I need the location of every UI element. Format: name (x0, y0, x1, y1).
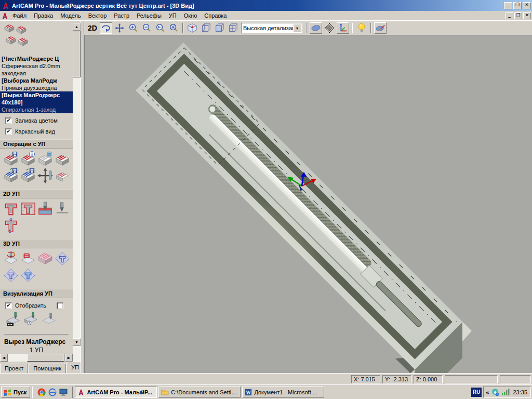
dropdown-arrow-icon[interactable]: ▼ (293, 24, 301, 32)
lighting-icon[interactable] (355, 22, 368, 34)
paint-relief-icon[interactable] (374, 22, 387, 34)
menu-window[interactable]: Окно (180, 11, 201, 20)
copy-toolpath-icon[interactable] (54, 167, 71, 184)
zoom-out-icon[interactable] (140, 22, 153, 34)
zoom-extents-icon[interactable] (167, 22, 180, 34)
menu-help[interactable]: Справка (201, 11, 230, 20)
panel-splitter[interactable] (81, 21, 84, 373)
wireframe-mesh-icon[interactable] (323, 22, 336, 34)
extra-simulation-checkbox[interactable] (57, 302, 63, 309)
language-indicator[interactable]: RU (471, 388, 482, 397)
chrome-icon[interactable] (37, 388, 46, 396)
scroll-left-button[interactable]: ◀ (0, 354, 8, 362)
task-word-document[interactable]: W Документ1 - Microsoft ... (242, 387, 324, 398)
menu-edit[interactable]: Правка (30, 11, 57, 20)
tab-assistant[interactable]: Помощник (29, 364, 66, 373)
toolpath-info-icon[interactable] (19, 151, 36, 167)
vertical-scroll-thumb[interactable] (73, 31, 81, 77)
rotate-icon[interactable] (100, 22, 112, 34)
toolpath-item[interactable]: Прямая двухзаходна (0, 84, 73, 91)
windows-logo-icon (4, 389, 12, 396)
toolpath-item-selected[interactable]: 40x180] (0, 99, 73, 106)
3d-view-canvas[interactable] (84, 35, 532, 373)
delete-toolpath-icon[interactable] (36, 151, 54, 167)
detail-level-dropdown[interactable]: Высокая детализация ▼ (241, 23, 302, 33)
close-button[interactable]: ✕ (523, 2, 531, 9)
svg-text:W: W (246, 389, 251, 395)
toolpath-item[interactable]: Сферическая d2.0mm (0, 62, 73, 70)
3d-tile-1-icon[interactable] (54, 250, 71, 267)
engrave-2d-icon[interactable] (54, 201, 71, 217)
simulation-3-icon[interactable] (39, 311, 57, 328)
view-along-y-icon[interactable] (213, 22, 225, 34)
tray-app-icon[interactable]: ei (491, 388, 499, 396)
menu-model[interactable]: Модель (57, 11, 84, 20)
signal-strength-icon[interactable] (501, 389, 510, 395)
bridges-2d-icon[interactable] (2, 217, 19, 234)
scroll-right-button[interactable]: ▶ (65, 354, 73, 362)
iso-view-icon[interactable] (186, 22, 198, 34)
task-artcam[interactable]: ArtCAM Pro - МалыйР... (75, 387, 157, 398)
scroll-down-button[interactable]: ▼ (73, 338, 81, 346)
status-y-coordinate: Y: -2.313 (382, 375, 411, 383)
start-button[interactable]: Пуск (1, 387, 30, 398)
menu-reliefs[interactable]: Рельефы (133, 11, 165, 20)
shaded-view-icon[interactable] (310, 22, 322, 34)
internet-explorer-icon[interactable] (48, 388, 57, 396)
wireframe-checkbox[interactable]: ✔ (5, 128, 12, 135)
child-close-button[interactable]: ✕ (523, 12, 531, 19)
origin-axes-icon[interactable] (337, 22, 349, 34)
save-toolpath-icon[interactable] (2, 151, 19, 167)
simulation-control-icon[interactable] (22, 311, 39, 328)
minimize-button[interactable]: _ (504, 2, 512, 9)
toolpath-item-selected[interactable]: [Вырез МалРоджерс (0, 91, 73, 99)
fill-color-checkbox[interactable]: ✔ (5, 117, 12, 124)
feature-machining-icon[interactable] (36, 250, 54, 267)
view-along-x-icon[interactable] (200, 22, 212, 34)
horizontal-scroll-thumb[interactable] (27, 354, 64, 362)
simulation-icons (0, 309, 73, 329)
zoom-in-icon[interactable] (127, 22, 139, 34)
drill-2d-icon[interactable] (36, 201, 54, 217)
machine-relief-icon[interactable] (2, 250, 19, 267)
toolpath-operations-icons (0, 149, 73, 185)
child-restore-button[interactable]: ❐ (514, 12, 522, 19)
panel-horizontal-scrollbar[interactable]: ◀ ▶ (0, 354, 73, 362)
2d-view-button[interactable]: 2D (86, 24, 99, 32)
menu-toolpaths[interactable]: УП (165, 11, 180, 20)
show-simulation-checkbox[interactable]: ✔ (5, 302, 12, 309)
tab-project[interactable]: Проект (0, 364, 28, 373)
simulate-toolpath-icon[interactable] (5, 311, 22, 328)
tray-expand-chevron[interactable]: « (486, 389, 489, 395)
area-clear-2d-icon[interactable] (19, 201, 36, 217)
toolpath-item[interactable]: заходная (0, 70, 73, 77)
toolpath-item[interactable]: [ЧистМалРоджерс Ц (0, 55, 73, 62)
fill-color-label: Заливка цветом (15, 117, 58, 124)
child-minimize-button[interactable]: _ (506, 12, 513, 19)
write-toolpath-icon[interactable] (19, 167, 36, 184)
artcam-app-icon (2, 2, 10, 10)
menu-file[interactable]: Файл (9, 11, 30, 20)
scroll-up-button[interactable]: ▲ (73, 23, 81, 31)
transform-toolpath-icon[interactable] (36, 167, 54, 184)
save-toolpath-as-icon[interactable] (2, 167, 19, 184)
view-along-z-icon[interactable] (227, 22, 239, 34)
restore-button[interactable]: ❐ (513, 2, 522, 9)
pan-icon[interactable] (113, 22, 126, 34)
taskbar-clock[interactable]: 23:35 (512, 389, 527, 395)
menu-bitmap[interactable]: Растр (110, 11, 133, 20)
toolpath-item[interactable]: [Выборка МалРодж (0, 77, 73, 84)
show-desktop-icon[interactable] (59, 389, 68, 396)
zlevel-roughing-icon[interactable] (19, 250, 36, 267)
toolpath-item-selected[interactable]: Спиральная 1-заход (0, 106, 73, 113)
tab-toolpaths[interactable]: УП (66, 362, 81, 373)
task-explorer-folder[interactable]: C:\Documents and Settin... (158, 387, 241, 398)
menu-vector[interactable]: Вектор (85, 11, 111, 20)
panel-vertical-scrollbar[interactable]: ▲ ▼ (73, 23, 81, 367)
3d-tile-3-icon[interactable] (19, 267, 36, 284)
child-window-icon[interactable] (1, 12, 9, 20)
profile-2d-icon[interactable] (2, 201, 19, 217)
toolpath-op-4-icon[interactable] (54, 151, 71, 167)
3d-tile-2-icon[interactable] (2, 267, 19, 284)
zoom-previous-icon[interactable] (154, 22, 166, 34)
